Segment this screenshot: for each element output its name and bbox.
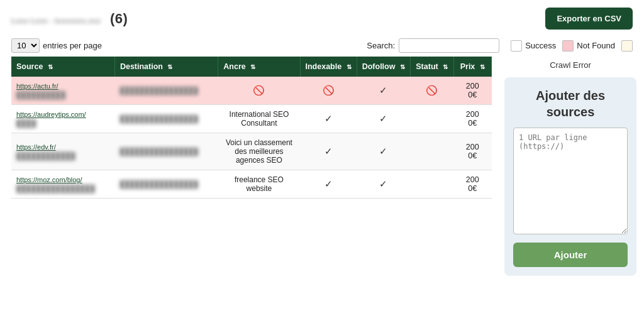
source-extra: ████████████ bbox=[16, 152, 75, 160]
col-destination[interactable]: Destination ⇅ bbox=[114, 57, 218, 77]
cell-prix: 200 0€ bbox=[453, 77, 491, 105]
indexable-check-icon: ✓ bbox=[305, 146, 352, 157]
destination-text: ████████████████ bbox=[119, 87, 198, 94]
legend-success-label: Success bbox=[525, 41, 556, 50]
cell-indexable: 🚫 bbox=[300, 77, 357, 105]
prix2-value: 0€ bbox=[458, 119, 486, 128]
prix2-value: 0€ bbox=[458, 151, 486, 160]
source-extra: ████████████████ bbox=[16, 185, 95, 192]
add-sources-button[interactable]: Ajouter bbox=[513, 243, 628, 267]
prix-value: 200 bbox=[458, 110, 486, 119]
statut-ban-icon: 🚫 bbox=[415, 85, 448, 96]
cell-indexable: ✓ bbox=[300, 133, 357, 170]
col-indexable[interactable]: Indexable ⇅ bbox=[300, 57, 357, 77]
source-extra: ████ bbox=[16, 119, 36, 127]
ancre-text: International SEO Consultant bbox=[230, 110, 289, 128]
source-link[interactable]: https://moz.com/blog/ bbox=[16, 176, 82, 183]
col-prix[interactable]: Prix ⇅ bbox=[453, 57, 491, 77]
ancre-sort-icon: ⇅ bbox=[250, 63, 255, 70]
cell-source: https://edv.fr/ ████████████ bbox=[11, 133, 114, 170]
dofollow-sort-icon: ⇅ bbox=[400, 63, 405, 70]
source-extra: ██████████ bbox=[16, 91, 65, 99]
destination-text: ████████████████ bbox=[119, 115, 198, 123]
col-source[interactable]: Source ⇅ bbox=[11, 57, 114, 77]
prix-value: 200 bbox=[458, 82, 486, 90]
add-sources-title: Ajouter des sources bbox=[513, 87, 628, 120]
legend-not-found-label: Not Found bbox=[577, 41, 615, 50]
ancre-ban-icon: 🚫 bbox=[223, 85, 295, 96]
cell-indexable: ✓ bbox=[300, 170, 357, 199]
entry-count: (6) bbox=[110, 11, 128, 26]
source-link[interactable]: https://actu.fr/ bbox=[16, 82, 58, 90]
cell-indexable: ✓ bbox=[300, 105, 357, 133]
table-row: https://moz.com/blog/ ████████████████ █… bbox=[11, 170, 492, 199]
source-link[interactable]: https://audreytips.com/ bbox=[16, 111, 86, 118]
right-panel: Crawl Error Ajouter des sources Ajouter bbox=[499, 57, 644, 276]
search-input[interactable] bbox=[399, 38, 499, 53]
cell-source: https://actu.fr/ ██████████ bbox=[11, 77, 114, 105]
table-section: Source ⇅ Destination ⇅ Ancre ⇅ Indexab bbox=[0, 57, 499, 276]
indexable-ban-icon: 🚫 bbox=[305, 85, 352, 96]
dofollow-check-icon: ✓ bbox=[362, 178, 405, 190]
cell-statut: 🚫 bbox=[410, 77, 453, 105]
legend-warning bbox=[621, 40, 633, 52]
prix-value: 200 bbox=[458, 175, 486, 184]
cell-prix: 200 0€ bbox=[453, 170, 491, 199]
cell-dofollow: ✓ bbox=[357, 133, 410, 170]
destination-sort-icon: ⇅ bbox=[167, 63, 172, 70]
table-row: https://edv.fr/ ████████████ ███████████… bbox=[11, 133, 492, 170]
dofollow-check-icon: ✓ bbox=[362, 146, 405, 157]
cell-dofollow: ✓ bbox=[357, 105, 410, 133]
cell-dofollow: ✓ bbox=[357, 77, 410, 105]
search-control: Search: bbox=[367, 38, 499, 53]
cell-prix: 200 0€ bbox=[453, 105, 491, 133]
cell-destination: ████████████████ bbox=[114, 77, 218, 105]
cell-source: https://audreytips.com/ ████ bbox=[11, 105, 114, 133]
prix-value: 200 bbox=[458, 143, 486, 151]
indexable-check-icon: ✓ bbox=[305, 178, 352, 190]
indexable-check-icon: ✓ bbox=[305, 113, 352, 124]
cell-ancre: Voici un classement des meilleures agenc… bbox=[218, 133, 300, 170]
dofollow-check-icon: ✓ bbox=[362, 85, 405, 96]
cell-statut bbox=[410, 105, 453, 133]
export-csv-button[interactable]: Exporter en CSV bbox=[545, 8, 633, 30]
col-statut[interactable]: Statut ⇅ bbox=[410, 57, 453, 77]
entries-control: 10 25 50 entries per page bbox=[11, 38, 102, 53]
legend-success: Success bbox=[511, 40, 556, 52]
cell-ancre: 🚫 bbox=[218, 77, 300, 105]
destination-text: ████████████████ bbox=[119, 180, 198, 188]
cell-destination: ████████████████ bbox=[114, 170, 218, 199]
crawl-error-section: Crawl Error bbox=[504, 57, 636, 75]
cell-prix: 200 0€ bbox=[453, 133, 491, 170]
col-dofollow[interactable]: Dofollow ⇅ bbox=[357, 57, 410, 77]
indexable-sort-icon: ⇅ bbox=[347, 63, 352, 70]
cell-ancre: International SEO Consultant bbox=[218, 105, 300, 133]
cell-statut bbox=[410, 133, 453, 170]
dofollow-check-icon: ✓ bbox=[362, 113, 405, 124]
col-ancre[interactable]: Ancre ⇅ bbox=[218, 57, 300, 77]
cell-source: https://moz.com/blog/ ████████████████ bbox=[11, 170, 114, 199]
statut-sort-icon: ⇅ bbox=[443, 63, 448, 70]
page-title: Lxxx Lxxx - lxxxxxxx.xxx (6) bbox=[11, 11, 128, 26]
source-link[interactable]: https://edv.fr/ bbox=[16, 143, 56, 151]
cell-ancre: freelance SEO website bbox=[218, 170, 300, 199]
cell-statut bbox=[410, 170, 453, 199]
title-text: Lxxx Lxxx - lxxxxxxx.xxx bbox=[11, 17, 101, 25]
crawl-error-label: Crawl Error bbox=[550, 60, 591, 70]
add-sources-textarea[interactable] bbox=[513, 128, 628, 234]
main-table: Source ⇅ Destination ⇅ Ancre ⇅ Indexab bbox=[11, 57, 492, 199]
legend-not-found-box bbox=[562, 40, 574, 52]
cell-destination: ████████████████ bbox=[114, 133, 218, 170]
prix-sort-icon: ⇅ bbox=[480, 63, 485, 70]
cell-destination: ████████████████ bbox=[114, 105, 218, 133]
legend-warning-box bbox=[621, 40, 633, 52]
prix2-value: 0€ bbox=[458, 184, 486, 193]
entries-per-page-select[interactable]: 10 25 50 bbox=[11, 38, 40, 53]
cell-dofollow: ✓ bbox=[357, 170, 410, 199]
entries-label: entries per page bbox=[43, 41, 102, 50]
table-row: https://audreytips.com/ ████ ███████████… bbox=[11, 105, 492, 133]
legend-success-box bbox=[511, 40, 522, 52]
legend: Success Not Found bbox=[511, 40, 633, 52]
source-sort-icon: ⇅ bbox=[48, 63, 53, 70]
ancre-text: Voici un classement des meilleures agenc… bbox=[226, 138, 292, 165]
